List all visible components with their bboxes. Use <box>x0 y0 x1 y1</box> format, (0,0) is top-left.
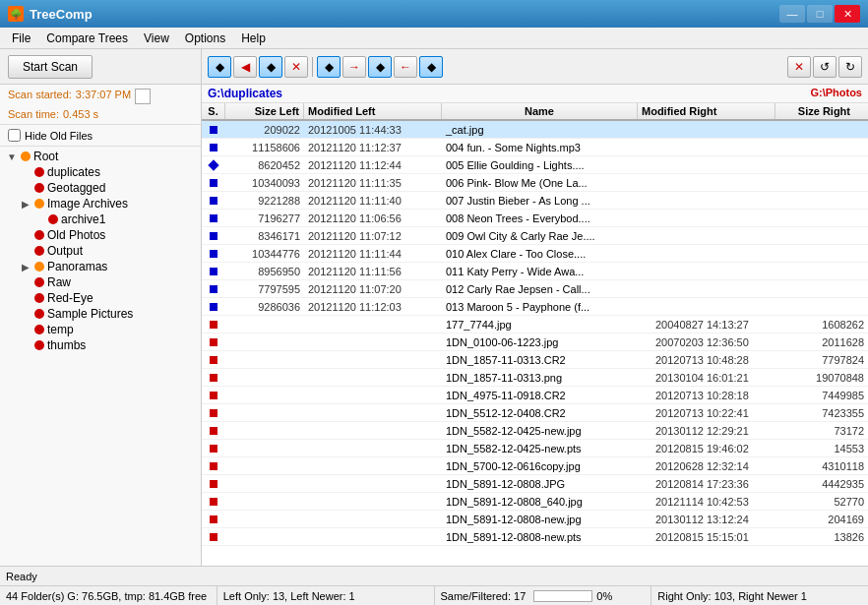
table-row[interactable]: 1034009320121120 11:11:35006 Pink- Blow … <box>202 174 868 192</box>
tree-item[interactable]: duplicates <box>2 164 199 180</box>
size-right: 4310118 <box>789 460 868 472</box>
table-row[interactable]: 1DN_5891-12-0808.JPG20120814 17:23:36444… <box>202 475 868 493</box>
tree-label: Root <box>33 150 58 163</box>
table-row[interactable]: 1DN_0100-06-1223.jpg20070203 12:36:50201… <box>202 333 868 351</box>
size-left: 8346171 <box>225 230 304 242</box>
tree-item[interactable]: Red-Eye <box>2 290 199 306</box>
content-area: Start Scan Scan started: 3:37:07 PM Scan… <box>0 49 868 566</box>
table-row[interactable]: 1DN_5891-12-0808_640.jpg20121114 10:42:5… <box>202 493 868 511</box>
menu-compare-trees[interactable]: Compare Trees <box>38 30 136 47</box>
modified-left: 20121120 11:11:40 <box>304 195 442 207</box>
bottom-status-bar: 44 Folder(s) G: 76.5GB, tmp: 81.4GB free… <box>0 585 868 605</box>
table-row[interactable]: 1DN_5582-12-0425-new.jpg20130112 12:29:2… <box>202 422 868 440</box>
table-row[interactable]: 1DN_5891-12-0808-new.jpg20130112 13:12:2… <box>202 511 868 528</box>
tree-dot <box>34 167 44 177</box>
table-row[interactable]: 1DN_4975-11-0918.CR220120713 10:28:18744… <box>202 387 868 404</box>
table-row[interactable]: 177_7744.jpg20040827 14:13:271608262 <box>202 316 868 333</box>
toolbar-btn-x2[interactable]: ✕ <box>787 56 811 78</box>
scan-started-time: 3:37:07 PM <box>76 89 131 104</box>
tree-label: Panoramas <box>47 260 107 273</box>
size-right: 14553 <box>789 443 868 454</box>
table-row[interactable]: 922128820121120 11:11:40007 Justin Biebe… <box>202 192 868 210</box>
table-row[interactable]: 862045220121120 11:12:44005 Ellie Gouldi… <box>202 156 868 174</box>
tree-label: thumbs <box>47 338 86 352</box>
tree-item[interactable]: ▶Panoramas <box>2 259 199 274</box>
file-list[interactable]: 20902220121005 11:44:33_cat.jpg111586062… <box>202 121 868 566</box>
tree-item[interactable]: archive1 <box>2 212 199 227</box>
toolbar-btn-4[interactable]: ◆ <box>317 56 341 78</box>
tree-dot <box>34 309 44 319</box>
toolbar-btn-7[interactable]: ← <box>394 56 417 78</box>
toolbar-btn-3[interactable]: ◆ <box>259 56 282 78</box>
menu-file[interactable]: File <box>4 30 38 47</box>
table-row[interactable]: 1DN_5891-12-0808-new.pts20120815 15:15:0… <box>202 528 868 546</box>
toolbar-btn-x1[interactable]: ✕ <box>284 56 308 78</box>
size-right: 73172 <box>789 425 868 437</box>
toolbar-btn-refresh1[interactable]: ↺ <box>813 56 837 78</box>
tree-dot <box>34 325 44 334</box>
expand-icon[interactable]: ▶ <box>20 262 31 272</box>
table-row[interactable]: 1034477620121120 11:11:44010 Alex Clare … <box>202 245 868 263</box>
toolbar-btn-refresh2[interactable]: ↻ <box>838 56 862 78</box>
table-row[interactable]: 779759520121120 11:07:20012 Carly Rae Je… <box>202 280 868 298</box>
toolbar-btn-8[interactable]: ◆ <box>419 56 443 78</box>
blue-dot-icon <box>210 232 217 240</box>
tree-dot <box>34 199 44 209</box>
tree-container[interactable]: ▼RootduplicatesGeotagged▶Image Archivesa… <box>0 147 201 566</box>
minimize-button[interactable]: — <box>779 5 805 23</box>
path-bars: G:\duplicates G:\Photos <box>202 85 868 103</box>
expand-icon[interactable]: ▼ <box>6 151 18 162</box>
start-scan-button[interactable]: Start Scan <box>8 55 93 79</box>
hide-old-files-checkbox[interactable] <box>8 129 21 142</box>
toolbar-btn-2[interactable]: ◀ <box>233 56 257 78</box>
col-header-size-left: Size Left <box>225 103 304 119</box>
table-row[interactable]: 834617120121120 11:07:12009 Owl City & C… <box>202 227 868 245</box>
tree-item[interactable]: ▶Image Archives <box>2 196 199 212</box>
app-title: TreeComp <box>30 7 93 22</box>
table-row[interactable]: 1DN_5700-12-0616copy.jpg20120628 12:32:1… <box>202 457 868 475</box>
toolbar-btn-5[interactable]: → <box>342 56 366 78</box>
menu-view[interactable]: View <box>136 30 177 47</box>
tree-item[interactable]: ▼Root <box>2 149 199 164</box>
table-row[interactable]: 1115860620121120 11:12:37004 fun. - Some… <box>202 139 868 156</box>
tree-label: archive1 <box>61 212 105 226</box>
red-dot-icon <box>210 338 217 346</box>
table-row[interactable]: 719627720121120 11:06:56008 Neon Trees -… <box>202 210 868 227</box>
size-right: 7449985 <box>789 390 868 401</box>
toolbar-btn-1[interactable]: ◆ <box>208 56 231 78</box>
modified-left: 20121120 11:07:20 <box>304 283 442 295</box>
scrollbar-placeholder <box>854 103 868 119</box>
modified-left: 20121005 11:44:33 <box>304 124 442 136</box>
close-button[interactable]: ✕ <box>835 5 860 23</box>
modified-right: 20120814 17:23:36 <box>651 478 789 490</box>
menu-help[interactable]: Help <box>233 30 274 47</box>
toolbar-btn-6[interactable]: ◆ <box>368 56 392 78</box>
table-row[interactable]: 1DN_1857-11-0313.png20130104 16:01:21190… <box>202 369 868 387</box>
table-row[interactable]: 1DN_5582-12-0425-new.pts20120815 19:46:0… <box>202 440 868 457</box>
table-row[interactable]: 928603620121120 11:12:03013 Maroon 5 - P… <box>202 298 868 316</box>
menu-options[interactable]: Options <box>177 30 233 47</box>
tree-item[interactable]: Raw <box>2 274 199 290</box>
file-name: 013 Maroon 5 - Payphone (f... <box>442 301 651 313</box>
left-path: G:\duplicates <box>208 87 282 100</box>
table-row[interactable]: 20902220121005 11:44:33_cat.jpg <box>202 121 868 139</box>
tree-item[interactable]: Sample Pictures <box>2 306 199 322</box>
tree-item[interactable]: thumbs <box>2 337 199 353</box>
title-bar-left: 🌳 TreeComp <box>8 6 93 22</box>
expand-icon[interactable]: ▶ <box>20 199 31 210</box>
row-indicator <box>202 427 225 435</box>
table-row[interactable]: 895695020121120 11:11:56011 Katy Perry -… <box>202 263 868 280</box>
modified-left: 20121120 11:12:03 <box>304 301 442 313</box>
status-bar-area: Ready 44 Folder(s) G: 76.5GB, tmp: 81.4G… <box>0 566 868 605</box>
tree-item[interactable]: Old Photos <box>2 227 199 243</box>
col-header-s: S. <box>202 103 225 119</box>
red-dot-icon <box>210 445 217 453</box>
tree-item[interactable]: temp <box>2 322 199 337</box>
table-row[interactable]: 1DN_1857-11-0313.CR220120713 10:48:28779… <box>202 351 868 369</box>
size-right: 7797824 <box>789 354 868 366</box>
tree-item[interactable]: Output <box>2 243 199 259</box>
tree-item[interactable]: Geotagged <box>2 180 199 196</box>
blue-dot-icon <box>208 159 218 170</box>
maximize-button[interactable]: □ <box>807 5 833 23</box>
table-row[interactable]: 1DN_5512-12-0408.CR220120713 10:22:41742… <box>202 404 868 422</box>
